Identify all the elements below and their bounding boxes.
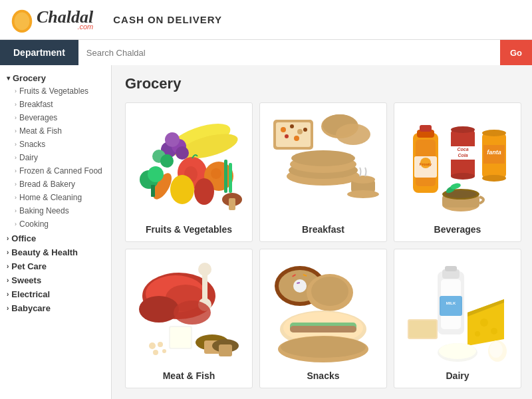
sidebar-item-dairy[interactable]: ›Dairy	[0, 151, 111, 164]
sidebar-item-bread[interactable]: ›Bread & Bakery	[0, 178, 111, 191]
chevron-right-icon: ›	[7, 305, 9, 312]
svg-rect-106	[440, 296, 462, 316]
chevron-down-icon: ▾	[7, 74, 10, 82]
sidebar-item-beauty[interactable]: › Beauty & Health	[0, 245, 111, 259]
svg-point-38	[291, 150, 355, 166]
svg-point-76	[139, 296, 179, 323]
sidebar-item-office[interactable]: › Office	[0, 231, 111, 245]
category-image-breakfast	[267, 113, 380, 216]
svg-point-118	[489, 342, 503, 358]
category-card-dairy[interactable]: MILK	[394, 249, 521, 388]
cash-on-delivery-text: CASH ON DELIVERY	[113, 14, 222, 25]
svg-point-112	[475, 331, 480, 336]
category-card-beverages[interactable]: Frosty Coca Cola	[394, 102, 521, 242]
category-card-snacks[interactable]: Snacks	[259, 249, 387, 388]
category-label-fruits: Fruits & Vegetables	[146, 224, 232, 235]
svg-point-55	[451, 126, 475, 133]
svg-point-31	[303, 128, 307, 132]
svg-point-74	[198, 263, 211, 276]
svg-point-41	[351, 176, 375, 184]
svg-rect-20	[229, 198, 235, 210]
category-image-fruits	[132, 113, 245, 216]
svg-point-18	[194, 178, 214, 205]
svg-point-84	[149, 342, 156, 349]
category-card-fruits[interactable]: Fruits & Vegetables	[125, 102, 253, 242]
sidebar-item-cleaning[interactable]: ›Home & Cleaning	[0, 191, 111, 204]
svg-point-56	[451, 173, 475, 180]
search-bar: Go	[78, 40, 532, 65]
svg-point-1	[15, 12, 30, 30]
content-area: Grocery	[112, 65, 532, 399]
svg-point-7	[176, 146, 189, 160]
main-layout: ▾ Grocery ›Fruits & Vegetables ›Breakfas…	[0, 65, 532, 399]
svg-point-60	[482, 130, 506, 136]
chevron-icon: ›	[15, 181, 17, 188]
category-card-breakfast[interactable]: Breakfast	[259, 102, 387, 242]
chevron-icon: ›	[15, 194, 17, 201]
logo-egg-icon	[10, 6, 34, 34]
category-image-snacks	[267, 259, 380, 362]
category-image-meat	[132, 259, 245, 362]
logo-text: Chaldal .com	[37, 9, 93, 31]
svg-point-30	[294, 136, 299, 141]
svg-rect-83	[219, 344, 232, 356]
chevron-right-icon: ›	[7, 263, 9, 270]
svg-point-61	[482, 175, 506, 182]
svg-point-90	[293, 279, 307, 293]
chevron-icon: ›	[15, 114, 17, 121]
svg-point-77	[174, 301, 211, 325]
chevron-icon: ›	[15, 101, 17, 108]
svg-point-111	[491, 328, 497, 334]
sidebar-item-fruits[interactable]: ›Fruits & Vegetables	[0, 84, 111, 98]
chevron-icon: ›	[15, 221, 17, 227]
sidebar-item-snacks[interactable]: ›Snacks	[0, 138, 111, 151]
svg-rect-46	[420, 125, 432, 132]
logo-area: Chaldal .com	[10, 6, 93, 34]
search-input[interactable]	[78, 40, 500, 65]
chevron-icon: ›	[15, 141, 17, 148]
svg-point-110	[480, 319, 488, 327]
sidebar-item-electrical[interactable]: › Electrical	[0, 287, 111, 301]
sidebar-item-petcare[interactable]: › Pet Care	[0, 259, 111, 273]
category-label-dairy: Dairy	[446, 370, 469, 381]
svg-point-85	[158, 342, 163, 347]
svg-point-13	[211, 168, 221, 179]
svg-text:Frosty: Frosty	[420, 162, 432, 166]
svg-point-42	[347, 190, 379, 198]
svg-rect-23	[151, 185, 155, 197]
sidebar: ▾ Grocery ›Fruits & Vegetables ›Breakfas…	[0, 65, 112, 399]
svg-point-26	[281, 127, 286, 132]
svg-point-87	[162, 349, 166, 353]
svg-rect-79	[170, 327, 191, 348]
sidebar-item-breakfast[interactable]: ›Breakfast	[0, 98, 111, 111]
svg-point-116	[439, 343, 476, 359]
chevron-icon: ›	[15, 168, 17, 174]
svg-rect-114	[409, 321, 436, 338]
sidebar-category-label: Grocery	[13, 73, 46, 83]
svg-rect-16	[229, 163, 232, 193]
sidebar-item-beverages[interactable]: ›Beverages	[0, 111, 111, 124]
cash-text: CASH	[113, 14, 144, 25]
category-grid: Fruits & Vegetables	[125, 102, 519, 388]
chevron-right-icon: ›	[7, 235, 9, 242]
sidebar-item-meat[interactable]: ›Meat & Fish	[0, 124, 111, 138]
department-button[interactable]: Department	[0, 40, 78, 65]
sidebar-item-sweets[interactable]: › Sweets	[0, 273, 111, 287]
svg-point-34	[336, 124, 370, 145]
svg-point-86	[153, 350, 158, 355]
category-label-snacks: Snacks	[307, 370, 339, 381]
sidebar-item-baking[interactable]: ›Baking Needs	[0, 204, 111, 217]
sidebar-item-grocery[interactable]: ▾ Grocery	[0, 70, 111, 84]
navbar: Department Go	[0, 40, 532, 65]
search-button[interactable]: Go	[500, 40, 532, 65]
svg-point-22	[148, 166, 164, 182]
sidebar-item-babycare[interactable]: › Babycare	[0, 301, 111, 315]
svg-text:Cola: Cola	[458, 153, 467, 158]
svg-point-29	[285, 134, 289, 138]
chevron-right-icon: ›	[7, 249, 9, 256]
category-label-breakfast: Breakfast	[302, 224, 344, 235]
svg-point-28	[297, 129, 303, 134]
category-card-meat[interactable]: Meat & Fish	[125, 249, 253, 388]
sidebar-item-cooking[interactable]: ›Cooking	[0, 217, 111, 231]
sidebar-item-frozen[interactable]: ›Frozen & Canned Food	[0, 164, 111, 178]
